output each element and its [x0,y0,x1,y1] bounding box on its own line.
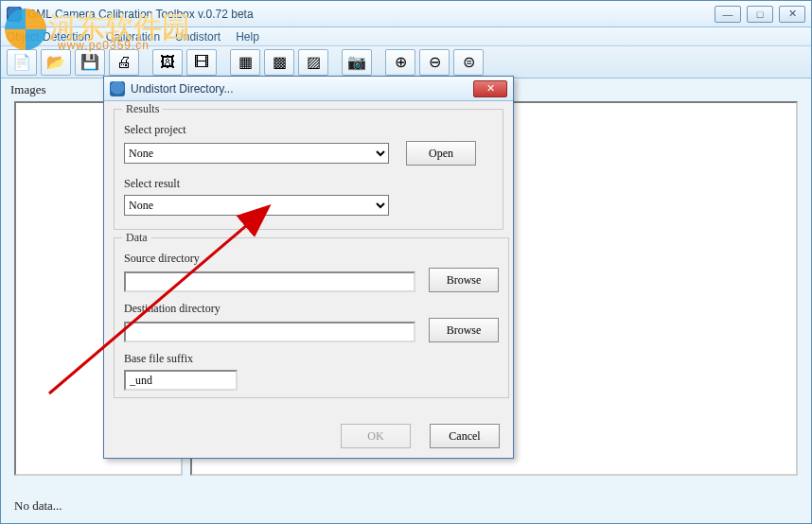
close-button[interactable]: ✕ [779,6,805,23]
app-title: GML Camera Calibration Toolbox v.0.72 be… [27,8,254,21]
source-directory-input[interactable] [124,271,415,292]
minimize-button[interactable]: — [715,6,741,23]
toolbar-film-icon[interactable]: 🎞 [186,49,217,76]
toolbar-zoomout-icon[interactable]: ⊖ [419,49,450,76]
dialog-icon [110,81,125,96]
menu-object-detection[interactable]: Object Detection [7,30,91,44]
select-result-combo[interactable]: None [124,195,389,216]
source-directory-label: Source directory [124,252,499,266]
dialog-titlebar: Undistort Directory... ✕ [104,77,513,101]
toolbar-chessboard3-icon[interactable]: ▨ [298,49,328,76]
menu-undistort[interactable]: Undistort [175,30,221,44]
data-legend: Data [122,231,151,245]
toolbar-camera-icon[interactable]: 📷 [342,49,372,76]
menubar: Object Detection Calibration Undistort H… [1,27,811,46]
toolbar-open-icon[interactable]: 📂 [41,49,71,76]
suffix-input[interactable] [124,370,238,391]
dialog-buttons: OK Cancel [341,424,500,448]
cancel-button[interactable]: Cancel [430,424,500,448]
dialog-close-button[interactable]: ✕ [473,80,507,97]
destination-directory-label: Destination directory [124,302,499,316]
browse-source-button[interactable]: Browse [429,268,499,292]
toolbar: 📄 📂 💾 🖨 🖼 🎞 ▦ ▩ ▨ 📷 ⊕ ⊖ ⊜ [1,46,811,79]
toolbar-print-icon[interactable]: 🖨 [109,49,139,76]
toolbar-save-icon[interactable]: 💾 [75,49,105,76]
select-project-combo[interactable]: None [124,143,389,164]
toolbar-zoomin-icon[interactable]: ⊕ [385,49,415,76]
select-project-label: Select project [124,123,493,137]
status-text: No data... [14,498,62,514]
select-result-label: Select result [124,177,493,191]
toolbar-new-icon[interactable]: 📄 [7,49,37,76]
open-button[interactable]: Open [406,141,476,166]
results-legend: Results [122,102,163,116]
browse-destination-button[interactable]: Browse [429,318,499,342]
ok-button: OK [341,424,411,448]
menu-help[interactable]: Help [236,30,259,44]
app-icon [7,7,22,22]
toolbar-zoomreset-icon[interactable]: ⊜ [453,49,484,76]
destination-directory-input[interactable] [124,322,415,342]
toolbar-addimage-icon[interactable]: 🖼 [152,49,183,76]
dialog-title: Undistort Directory... [131,82,233,96]
suffix-label: Base file suffix [124,352,499,366]
results-group: Results Select project None Open Select … [114,109,503,230]
data-group: Data Source directory Browse Destination… [114,237,509,398]
images-label: Images [10,82,46,97]
toolbar-chessboard1-icon[interactable]: ▦ [230,49,260,76]
titlebar: GML Camera Calibration Toolbox v.0.72 be… [1,1,811,27]
toolbar-chessboard2-icon[interactable]: ▩ [264,49,294,76]
menu-calibration[interactable]: Calibration [106,30,160,44]
undistort-dialog: Undistort Directory... ✕ Results Select … [103,76,514,459]
maximize-button[interactable]: □ [747,6,773,23]
